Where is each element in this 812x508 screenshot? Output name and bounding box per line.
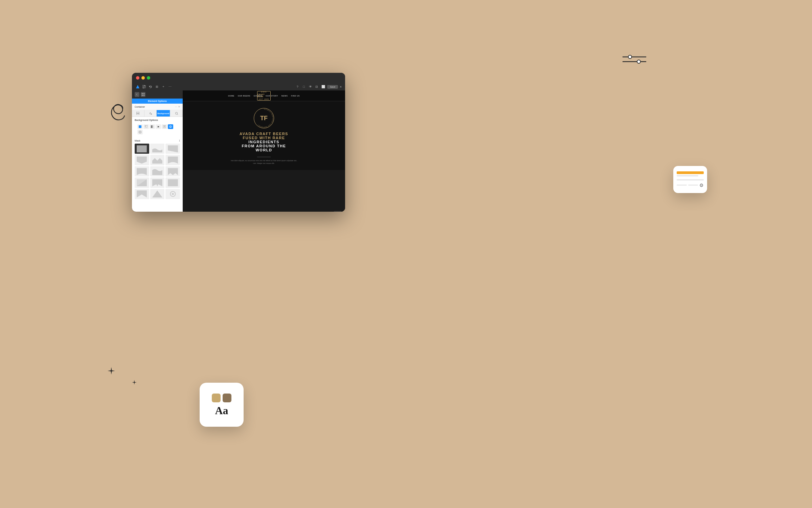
panel-tab-bar: Background [132, 110, 183, 117]
hero-line1: AVADA CRAFT BEERS [240, 132, 288, 136]
svg-marker-4 [136, 85, 139, 88]
hero-divider [257, 157, 271, 157]
decorative-star-large [108, 367, 115, 376]
color-swatch-gold [212, 394, 221, 402]
mask-shape-zigzag[interactable] [165, 166, 180, 176]
settings-icon[interactable]: ⊞ [155, 84, 159, 89]
layers-icon[interactable]: ⊟ [314, 84, 319, 89]
close-button[interactable]: × [340, 85, 342, 89]
hero-line5: WORLD [240, 148, 288, 152]
mask-shape-circle[interactable] [165, 177, 180, 188]
panel-top-bar [132, 90, 183, 99]
element-options-label: Element Options [132, 99, 183, 104]
svg-rect-11 [136, 112, 139, 113]
container-label: Container [135, 106, 145, 108]
bg-slider-btn[interactable] [162, 124, 167, 129]
element-options-panel: Element Options Container ··· × Backgrou… [132, 90, 183, 212]
mask-shape-splash[interactable] [150, 166, 165, 176]
mask-shape-rectangle[interactable] [135, 144, 149, 154]
svg-line-15 [177, 114, 178, 115]
color-swatches [212, 394, 231, 402]
avada-logo-icon [135, 84, 140, 89]
background-tab-label: Background [157, 112, 169, 114]
nav-find-us[interactable]: FIND US [291, 95, 300, 97]
logo-year-text: EST 1995 [259, 98, 269, 100]
bg-image-btn[interactable] [143, 124, 149, 129]
logo-avada-text: AVADA [261, 91, 267, 93]
bg-extra-btn[interactable] [137, 130, 143, 134]
svg-point-3 [637, 60, 640, 63]
svg-rect-8 [143, 93, 144, 94]
hero-fused-text: FUSED WITH [243, 136, 272, 140]
settings-card: ⚙ [673, 166, 707, 193]
hero-section: TF AUTHENTIC THEME FUSION • CRAFT BEER B… [183, 101, 345, 170]
mask-shape-triangle-left[interactable] [135, 177, 149, 188]
settings-gear-row: ⚙ [677, 183, 704, 188]
mask-shape-gear[interactable] [165, 189, 180, 199]
mask-shape-diagonal[interactable] [165, 144, 180, 154]
mask-shape-wave[interactable] [150, 144, 165, 154]
close-panel-icon[interactable]: × [178, 105, 180, 108]
mask-shape-chevron[interactable] [135, 189, 149, 199]
save-button[interactable]: Save [327, 85, 338, 89]
settings-bars [677, 171, 704, 176]
undo-icon[interactable] [148, 84, 153, 89]
tab-design[interactable] [144, 110, 157, 117]
svg-rect-26 [137, 145, 147, 152]
panel-grid-icon[interactable] [141, 92, 145, 97]
bg-color-btn[interactable] [137, 124, 143, 129]
svg-point-1 [628, 55, 632, 59]
nav-news[interactable]: NEWS [281, 95, 288, 97]
decorative-sliders [623, 54, 646, 66]
decorative-star-small [132, 380, 137, 386]
more-icon[interactable]: ⋯ [167, 84, 172, 89]
svg-point-13 [151, 114, 152, 115]
titlebar-dot-green [147, 76, 150, 80]
container-actions: ··· × [175, 105, 180, 108]
mask-shape-arc[interactable] [135, 166, 149, 176]
bg-active-btn[interactable] [168, 124, 173, 129]
mask-shape-triangle-up[interactable] [150, 189, 165, 199]
eye-icon[interactable]: 👁 [308, 84, 313, 89]
settings-bar-top [677, 171, 704, 174]
settings-line-2 [688, 185, 698, 186]
mask-shape-arrow-down[interactable] [135, 155, 149, 165]
scroll-indicator[interactable]: ⌃⌃ [334, 211, 342, 212]
nav-our-beers[interactable]: OUR BEERS [238, 95, 250, 97]
tab-layout[interactable] [132, 110, 144, 117]
nav-links: HOME OUR BEERS EVENTS AVADA CRAFT BEER E… [188, 95, 340, 97]
color-swatch-brown [223, 394, 231, 402]
toolbar-right: ? □ 👁 ⊟ ⬜ Save × [295, 84, 342, 89]
logo-badge: AVADA CRAFT BEER EST 1995 [257, 91, 271, 101]
plus-icon[interactable]: + [161, 84, 166, 89]
svg-rect-7 [142, 93, 143, 94]
svg-rect-12 [136, 113, 139, 115]
mask-shape-banner[interactable] [150, 177, 165, 188]
tab-background[interactable]: Background [157, 110, 170, 117]
typography-card: Aa [200, 383, 244, 427]
mask-shape-mountain[interactable] [150, 155, 165, 165]
website-preview: HOME OUR BEERS EVENTS AVADA CRAFT BEER E… [183, 90, 345, 212]
svg-point-14 [175, 112, 177, 114]
hero-rare-text: RARE [272, 136, 285, 140]
nav-home[interactable]: HOME [228, 95, 234, 97]
hero-title: AVADA CRAFT BEERS FUSED WITH RARE INGRED… [240, 132, 288, 152]
preview-icon[interactable]: □ [301, 84, 306, 89]
settings-bar-thin [677, 175, 698, 176]
tab-extras[interactable] [170, 110, 183, 117]
panel-back-icon[interactable] [135, 92, 139, 97]
settings-line [677, 185, 687, 186]
bg-video-btn[interactable]: ▶ [156, 124, 161, 129]
browser-window: ⊞ + ⋯ ? □ 👁 ⊟ ⬜ Save × [132, 73, 345, 212]
help-icon[interactable]: ? [295, 84, 300, 89]
browser-toolbar: ⊞ + ⋯ ? □ 👁 ⊟ ⬜ Save × [132, 83, 345, 90]
bg-gradient-btn[interactable] [150, 124, 155, 129]
bg-type-icons: ▶ [135, 123, 180, 136]
more-dots[interactable]: ··· [175, 105, 177, 108]
mask-shape-curved[interactable] [165, 155, 180, 165]
media-icon[interactable]: ⬜ [321, 84, 325, 89]
gear-settings-icon: ⚙ [699, 183, 704, 188]
hero-line2: FUSED WITH RARE [240, 136, 288, 140]
mask-label-row: Mask ℹ [135, 139, 180, 142]
pages-icon[interactable] [142, 84, 146, 89]
